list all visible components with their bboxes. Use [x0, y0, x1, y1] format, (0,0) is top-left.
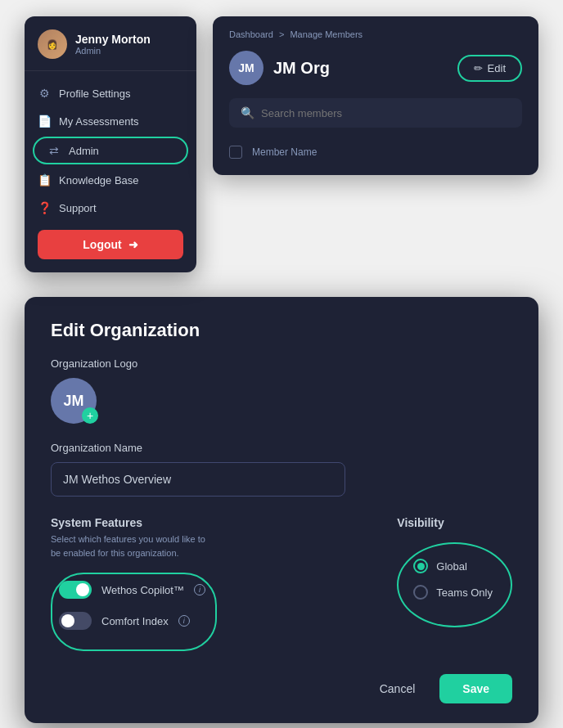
comfort-toggle[interactable]	[59, 612, 92, 630]
edit-org-modal: Edit Organization Organization Logo JM +…	[25, 297, 538, 723]
document-icon: 📄	[38, 115, 51, 128]
menu-item-knowledge-base[interactable]: 📋 Knowledge Base	[25, 166, 196, 194]
logo-section: Organization Logo JM +	[51, 357, 512, 424]
member-name-column: Member Name	[252, 146, 317, 158]
search-input[interactable]	[261, 107, 511, 119]
cancel-button[interactable]: Cancel	[367, 674, 429, 703]
feature-row-comfort: Comfort Index i	[59, 612, 205, 630]
radio-teams[interactable]: Teams Only	[413, 585, 493, 600]
logout-button[interactable]: Logout ➜	[38, 230, 183, 259]
save-button[interactable]: Save	[439, 674, 512, 703]
breadcrumb: Dashboard > Manage Members	[229, 29, 522, 39]
logo-label: Organization Logo	[51, 357, 512, 370]
org-avatar: JM	[229, 51, 263, 85]
system-features-highlight: Wethos Copilot™ i Comfort Index i	[51, 573, 217, 651]
menu-item-my-assessments[interactable]: 📄 My Assessments	[25, 107, 196, 135]
org-name: JM Org	[273, 59, 330, 78]
radio-global[interactable]: Global	[413, 559, 493, 573]
system-features-title: System Features	[51, 516, 364, 529]
logo-avatar-wrap: JM +	[51, 378, 97, 424]
edit-button[interactable]: ✏ Edit	[457, 55, 522, 82]
add-logo-button[interactable]: +	[82, 407, 98, 424]
feature-row-copilot: Wethos Copilot™ i	[59, 581, 205, 599]
radio-global-outer	[413, 559, 428, 573]
radio-teams-outer	[413, 585, 428, 600]
org-header: JM JM Org ✏ Edit	[229, 51, 522, 85]
comfort-label: Comfort Index	[101, 615, 169, 627]
org-name-field: Organization Name	[51, 442, 512, 497]
user-profile-header: 👩 Jenny Morton Admin	[25, 29, 196, 71]
edit-icon: ✏	[474, 62, 483, 74]
org-name-input[interactable]	[51, 462, 345, 497]
search-icon: 🔍	[241, 106, 254, 119]
system-features-section: System Features Select which features yo…	[51, 516, 364, 651]
switch-icon: ⇄	[47, 144, 61, 157]
help-icon: ❓	[38, 201, 51, 214]
modal-container: Edit Organization Organization Logo JM +…	[25, 297, 538, 723]
visibility-highlight: Global Teams Only	[397, 542, 512, 627]
manage-members-panel: Dashboard > Manage Members JM JM Org ✏ E…	[213, 16, 538, 175]
user-role: Admin	[75, 46, 151, 56]
member-table-header: Member Name	[229, 139, 522, 162]
logout-icon: ➜	[128, 238, 138, 251]
avatar: 👩	[38, 29, 67, 59]
gear-icon: ⚙	[38, 87, 51, 100]
visibility-section: Visibility Global Teams Only	[397, 516, 512, 627]
system-features-desc: Select which features you would like to …	[51, 533, 214, 559]
bottom-row: System Features Select which features yo…	[51, 516, 512, 651]
menu-item-support[interactable]: ❓ Support	[25, 194, 196, 222]
visibility-title: Visibility	[397, 516, 512, 529]
comfort-info-icon[interactable]: i	[178, 615, 190, 627]
modal-footer: Cancel Save	[51, 674, 512, 703]
menu-item-admin[interactable]: ⇄ Admin	[33, 137, 188, 164]
search-bar: 🔍	[229, 98, 522, 128]
copilot-label: Wethos Copilot™	[101, 584, 184, 596]
modal-title: Edit Organization	[51, 320, 512, 341]
radio-teams-label: Teams Only	[436, 586, 493, 599]
menu-item-profile-settings[interactable]: ⚙ Profile Settings	[25, 79, 196, 107]
copilot-info-icon[interactable]: i	[194, 584, 205, 595]
radio-global-label: Global	[436, 560, 467, 573]
radio-global-inner	[417, 563, 425, 570]
org-name-label: Organization Name	[51, 442, 512, 454]
user-name: Jenny Morton	[75, 33, 151, 46]
book-icon: 📋	[38, 173, 51, 186]
dropdown-menu: 👩 Jenny Morton Admin ⚙ Profile Settings …	[25, 16, 196, 272]
copilot-toggle[interactable]	[59, 581, 92, 599]
select-all-checkbox[interactable]	[229, 146, 242, 159]
